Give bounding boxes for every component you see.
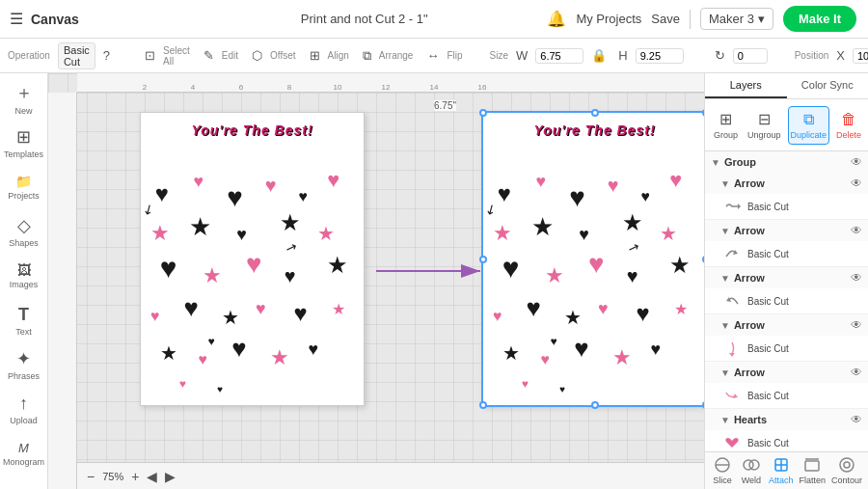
layer-item[interactable]: Basic Cut	[705, 430, 868, 451]
make-it-button[interactable]: Make It	[783, 6, 856, 32]
canvas-page-1: You're The Best! ♥ ♥ ♥ ♥ ♥ ♥ ★ ★ ♥	[140, 112, 365, 406]
monogram-label: Monogram	[3, 457, 44, 467]
svg-text:★: ★	[160, 342, 177, 364]
svg-text:♥: ♥	[588, 250, 604, 280]
eye-icon[interactable]: 👁	[851, 271, 862, 285]
layer-item[interactable]: Basic Cut	[705, 241, 868, 266]
svg-text:♥: ♥	[194, 172, 204, 191]
size-label: Size	[490, 50, 508, 61]
select-all-button[interactable]: ⊡	[141, 46, 159, 65]
menu-icon[interactable]: ☰	[10, 10, 23, 28]
svg-text:♥: ♥	[498, 180, 511, 206]
flatten-tool[interactable]: Flatten	[799, 456, 826, 485]
height-input[interactable]	[636, 48, 684, 64]
zoom-bar: − 75% + ◀ ▶	[77, 462, 704, 489]
sidebar-item-phrases[interactable]: ✦ Phrases	[3, 343, 45, 386]
sidebar-item-shapes[interactable]: ◇ Shapes	[3, 210, 45, 253]
chevron-down-icon: ▾	[758, 12, 765, 26]
nav-right-icon[interactable]: ▶	[165, 469, 176, 484]
svg-text:♥: ♥	[246, 250, 261, 280]
lock-icon[interactable]: 🔒	[587, 46, 610, 65]
weld-tool[interactable]: Weld	[740, 456, 763, 485]
svg-text:♥: ♥	[569, 182, 584, 212]
svg-rect-78	[805, 461, 819, 471]
my-projects-button[interactable]: My Projects	[576, 12, 641, 26]
operation-help-icon[interactable]: ?	[99, 46, 114, 65]
rotate-input[interactable]	[733, 48, 768, 64]
flatten-icon	[803, 456, 821, 474]
save-button[interactable]: Save	[651, 12, 680, 26]
layer-item[interactable]: Basic Cut	[705, 383, 868, 408]
svg-text:♥: ♥	[217, 384, 223, 394]
layer-item[interactable]: Basic Cut	[705, 336, 868, 361]
svg-text:♥: ♥	[294, 300, 308, 326]
sidebar-item-images[interactable]: 🖼 Images	[3, 255, 45, 297]
text-icon: T	[18, 305, 29, 325]
zoom-out-button[interactable]: −	[87, 469, 95, 484]
nav-left-icon[interactable]: ◀	[147, 469, 157, 484]
slice-tool[interactable]: Slice	[711, 456, 734, 485]
notification-bell-icon[interactable]: 🔔	[547, 10, 566, 28]
sidebar-item-projects[interactable]: 📁 Projects	[3, 166, 45, 208]
arrow-3-name: Arrow	[734, 272, 847, 284]
width-input[interactable]	[535, 48, 583, 64]
arrange-button[interactable]: ⧉	[359, 46, 375, 66]
ungroup-button[interactable]: ⊟ Ungroup	[745, 105, 784, 145]
sidebar-item-text[interactable]: T Text	[3, 299, 45, 341]
panel-tabs: Layers Color Sync	[705, 73, 868, 99]
tab-color-sync[interactable]: Color Sync	[787, 73, 869, 98]
tab-layers[interactable]: Layers	[705, 73, 787, 98]
eye-icon[interactable]: 👁	[851, 413, 862, 426]
offset-button[interactable]: ⬡	[248, 46, 266, 65]
shapes-label: Shapes	[9, 238, 39, 248]
eye-icon[interactable]: 👁	[851, 155, 862, 169]
delete-icon: 🗑	[841, 111, 856, 128]
group-name: Group	[724, 156, 847, 168]
duplicate-button[interactable]: ⧉ Duplicate	[788, 106, 830, 145]
upload-icon: ↑	[19, 394, 28, 414]
flip-button[interactable]: ↔	[422, 46, 443, 65]
sidebar-item-upload[interactable]: ↑ Upload	[3, 388, 45, 430]
layer-arrow-3-header[interactable]: ▼ Arrow 👁	[705, 267, 868, 288]
eye-icon[interactable]: 👁	[851, 366, 862, 379]
operation-value[interactable]: Basic Cut	[58, 42, 95, 69]
align-button[interactable]: ⊞	[306, 46, 324, 65]
chevron-icon: ▼	[720, 415, 730, 425]
svg-text:★: ★	[189, 213, 211, 240]
group-button[interactable]: ⊞ Group	[711, 105, 741, 145]
delete-button[interactable]: 🗑 Delete	[833, 106, 864, 145]
select-all-label: Select All	[163, 45, 190, 67]
arrow-1-name: Arrow	[734, 177, 847, 189]
sidebar-item-templates[interactable]: ⊞ Templates	[3, 122, 45, 164]
ruler-tick-8: 8	[287, 83, 291, 92]
canvas-area[interactable]: 2 4 6 8 10 12 14 16 6.75" 9.25" You're T…	[48, 73, 704, 489]
layer-item[interactable]: Basic Cut	[705, 194, 868, 219]
pos-x-input[interactable]	[853, 48, 868, 64]
contour-tool[interactable]: Contour	[831, 456, 862, 485]
layer-hearts-header[interactable]: ▼ Hearts 👁	[705, 409, 868, 430]
eye-icon[interactable]: 👁	[851, 318, 862, 332]
phrases-icon: ✦	[16, 348, 31, 369]
layer-arrow-2-header[interactable]: ▼ Arrow 👁	[705, 220, 868, 241]
layer-arrow-4-header[interactable]: ▼ Arrow 👁	[705, 314, 868, 336]
zoom-in-button[interactable]: +	[131, 469, 139, 484]
maker-selector[interactable]: Maker 3 ▾	[700, 8, 773, 30]
layer-arrow-5-header[interactable]: ▼ Arrow 👁	[705, 362, 868, 383]
attach-tool[interactable]: Attach	[769, 456, 794, 485]
layer-arrow-1-header[interactable]: ▼ Arrow 👁	[705, 173, 868, 194]
layer-sub-name: Basic Cut	[747, 202, 862, 212]
layer-item[interactable]: Basic Cut	[705, 288, 868, 313]
eye-icon[interactable]: 👁	[851, 177, 862, 190]
svg-text:★: ★	[669, 253, 691, 279]
svg-text:★: ★	[203, 263, 222, 287]
sidebar-item-monogram[interactable]: M Monogram	[3, 432, 45, 475]
edit-button[interactable]: ✎	[200, 46, 218, 65]
toolbar: Operation Basic Cut ? ⊡ Select All ✎ Edi…	[0, 39, 868, 73]
eye-icon[interactable]: 👁	[851, 224, 862, 237]
chevron-icon: ▼	[720, 367, 730, 378]
sidebar-item-new[interactable]: ＋ New	[3, 77, 45, 120]
svg-text:★: ★	[502, 342, 520, 364]
svg-text:♥: ♥	[627, 265, 638, 286]
layer-group-header-main[interactable]: ▼ Group 👁	[705, 151, 868, 173]
layer-sub-name: Basic Cut	[747, 296, 862, 307]
